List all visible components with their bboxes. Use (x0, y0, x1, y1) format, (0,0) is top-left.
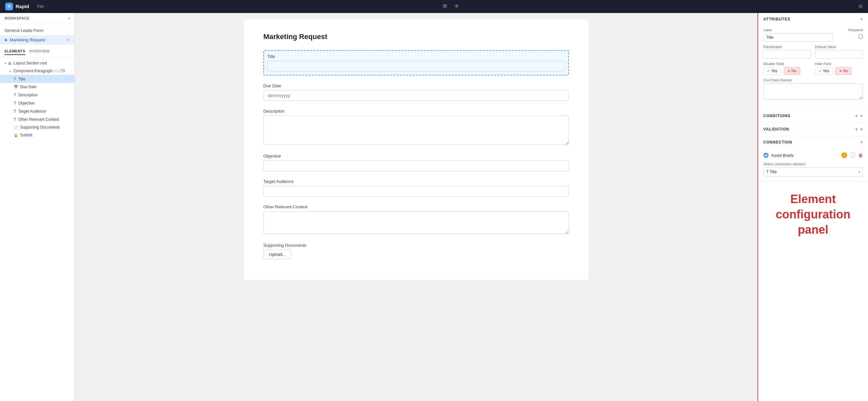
conditions-header[interactable]: CONDITIONS + ▾ (758, 109, 868, 122)
sidebar-tabs: ELEMENTS OVERVIEW (0, 47, 74, 58)
validation-header-right: + ▾ (855, 126, 863, 132)
tree-label-other-context: Other Relevant Context (18, 117, 59, 122)
connection-asset-briefs: ◉ Asset Briefs 2 i 🗑 (763, 151, 863, 160)
conditions-add-button[interactable]: + (855, 113, 858, 118)
view-icon[interactable]: 👁 (454, 4, 459, 9)
sidebar-item-general-leads[interactable]: General Leads Form (0, 26, 74, 35)
app-logo[interactable]: R Rapid (5, 3, 29, 10)
hide-yes-check: ✓ (818, 69, 822, 73)
connection-delete-button[interactable]: 🗑 (858, 153, 863, 158)
attributes-header[interactable]: ATTRIBUTES ▾ (758, 13, 868, 25)
field-target-audience-input[interactable] (263, 186, 569, 197)
tree-icon-supporting-docs: 📄 (14, 125, 18, 130)
sidebar: WORKSPACE ▾ General Leads Form Marketing… (0, 13, 75, 401)
conditions-header-right: + ▾ (855, 113, 863, 118)
tree-item-title[interactable]: T Title (0, 75, 74, 83)
field-due-date-input[interactable] (263, 90, 569, 101)
workspace-label: WORKSPACE (5, 16, 29, 20)
tree-label-submit: Submit (20, 133, 32, 137)
settings-icon[interactable]: ⚙ (858, 3, 863, 9)
tree-item-submit[interactable]: 🔒 Submit (0, 131, 74, 139)
default-value-input[interactable] (815, 50, 863, 59)
connection-header[interactable]: CONNECTION ▾ (758, 136, 868, 148)
disable-toggle-row: ✓ Yes ✕ No (763, 67, 811, 75)
hide-yes-button[interactable]: ✓ Yes (815, 67, 833, 75)
close-tab-button[interactable]: ✕ (67, 38, 70, 42)
connection-asset-label: Asset Briefs (771, 153, 839, 158)
field-title-wrapper: Title (263, 50, 569, 76)
marketing-request-label: Marketing Request (10, 37, 45, 42)
tab-elements[interactable]: ELEMENTS (5, 49, 25, 55)
hide-yes-label: Yes (823, 69, 829, 73)
tree-icon-layout: ▦ (8, 61, 11, 65)
field-objective-group: Objective (263, 154, 569, 171)
connection-section: CONNECTION ▾ ◉ Asset Briefs 2 i 🗑 Select… (758, 136, 868, 182)
tree-label-objective: Objective (18, 101, 34, 106)
field-other-context-input[interactable] (263, 211, 569, 234)
field-objective-label: Objective (263, 154, 569, 159)
attr-label-required-row: Label Required (763, 28, 863, 42)
tree-icon-objective: T (14, 101, 16, 106)
label-field-label: Label (763, 28, 833, 32)
validation-header[interactable]: VALIDATION + ▾ (758, 123, 868, 136)
logo-icon: R (5, 3, 13, 10)
tree-item-description[interactable]: T Description (0, 91, 74, 99)
disable-no-button[interactable]: ✕ No (784, 67, 800, 75)
tree-item-layout-section[interactable]: ▾ ▦ Layout.Section root (0, 59, 74, 67)
hide-no-button[interactable]: ✕ No (836, 67, 852, 75)
upload-button[interactable]: Upload... (263, 250, 291, 259)
file-menu[interactable]: File (37, 4, 44, 9)
tree-item-other-context[interactable]: T Other Relevant Context (0, 115, 74, 123)
top-nav: R Rapid File 🛠 👁 ⚙ (0, 0, 868, 13)
sidebar-item-marketing-request[interactable]: Marketing Request ✕ (0, 35, 74, 45)
connection-element-select[interactable]: T Title (763, 167, 863, 176)
css-class-input[interactable] (763, 83, 863, 99)
right-panel: ATTRIBUTES ▾ Label Required (757, 13, 868, 401)
workspace-chevron[interactable]: ▾ (68, 17, 70, 20)
disable-yes-check: ✓ (767, 69, 770, 73)
field-due-date-group: Due Date (263, 83, 569, 101)
validation-add-button[interactable]: + (855, 126, 858, 132)
tree-item-due-date[interactable]: 📅 Due Date (0, 83, 74, 91)
attr-default-col: Default Value (815, 45, 863, 59)
tools-icon[interactable]: 🛠 (442, 4, 448, 9)
tree-item-supporting-docs[interactable]: 📄 Supporting Documents (0, 123, 74, 131)
connection-chevron: ▾ (861, 140, 863, 145)
placeholder-label: Placeholder (763, 45, 811, 49)
disable-field-label: Disable Field (763, 62, 811, 66)
field-title-label: Title (267, 54, 565, 59)
tree-icon-other-context: T (14, 117, 16, 122)
placeholder-input[interactable] (763, 50, 811, 59)
label-field-input[interactable] (763, 33, 833, 42)
field-title-input[interactable] (267, 61, 565, 71)
field-target-audience-group: Target Audience (263, 179, 569, 197)
tab-overview[interactable]: OVERVIEW (29, 49, 50, 55)
required-label: Required (848, 28, 863, 32)
nav-center: 🛠 👁 (52, 4, 850, 9)
tree-item-objective[interactable]: T Objective (0, 99, 74, 107)
disable-yes-button[interactable]: ✓ Yes (763, 67, 781, 75)
attributes-chevron: ▾ (861, 17, 863, 22)
conditions-label: CONDITIONS (763, 114, 790, 118)
connection-info-icon[interactable]: i (850, 152, 856, 158)
canvas-area: Marketing Request Title Due Date Descrip… (75, 13, 757, 401)
tree-label-target-audience: Target Audience (18, 109, 46, 114)
tree-icon-description: T (14, 92, 16, 97)
attributes-section: ATTRIBUTES ▾ Label Required (758, 13, 868, 109)
field-target-audience-label: Target Audience (263, 179, 569, 184)
field-objective-input[interactable] (263, 161, 569, 171)
element-tree: ▾ ▦ Layout.Section root ≡ Component.Para… (0, 58, 74, 401)
field-due-date-label: Due Date (263, 83, 569, 88)
tree-item-component-paragraph[interactable]: ≡ Component.Paragraph ~:~:73 (0, 67, 74, 75)
general-leads-label: General Leads Form (5, 28, 43, 33)
validation-chevron: ▾ (861, 127, 863, 132)
field-description-input[interactable] (263, 116, 569, 145)
conditions-section: CONDITIONS + ▾ (758, 109, 868, 123)
tree-item-target-audience[interactable]: T Target Audience (0, 107, 74, 115)
required-checkbox[interactable] (859, 34, 863, 39)
field-other-context-label: Other Relevant Context (263, 204, 569, 209)
hide-no-x: ✕ (839, 69, 842, 73)
tree-arrow-layout: ▾ (5, 61, 6, 65)
conditions-chevron: ▾ (861, 114, 863, 118)
nav-right: ⚙ (858, 3, 863, 9)
